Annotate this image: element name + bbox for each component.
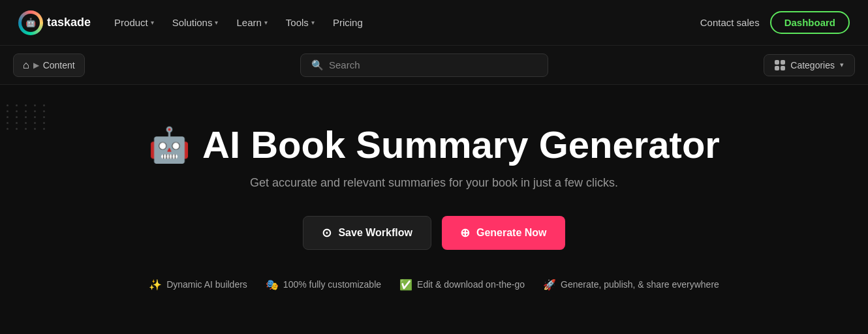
- dashboard-button[interactable]: Dashboard: [770, 11, 850, 34]
- categories-label: Categories: [790, 60, 835, 70]
- feature-tag-0: ✨ Dynamic AI builders: [149, 279, 247, 291]
- nav-pricing[interactable]: Pricing: [325, 12, 371, 33]
- hero-title-row: 🤖 AI Book Summary Generator: [148, 124, 720, 166]
- feature-tag-2: ✅ Edit & download on-the-go: [399, 279, 525, 291]
- home-icon: ⌂: [23, 59, 29, 71]
- breadcrumb-label: Content: [43, 60, 75, 70]
- breadcrumb-arrow: ▶: [33, 61, 39, 70]
- generate-now-label: Generate Now: [476, 227, 547, 239]
- nav-solutions[interactable]: Solutions ▾: [164, 12, 226, 33]
- chevron-down-icon: ▾: [151, 19, 154, 26]
- logo-inner: 🤖: [22, 14, 40, 32]
- feature-tag-0-text: Dynamic AI builders: [166, 279, 247, 290]
- robot-emoji: 🤖: [148, 128, 191, 162]
- nav-links: Product ▾ Solutions ▾ Learn ▾ Tools ▾ Pr…: [106, 12, 371, 33]
- sparkle-icon: ✨: [149, 279, 162, 291]
- brand-name: taskade: [47, 16, 91, 29]
- nav-tools-label: Tools: [286, 17, 309, 28]
- breadcrumb[interactable]: ⌂ ▶ Content: [13, 53, 85, 77]
- feature-tag-2-text: Edit & download on-the-go: [417, 279, 525, 290]
- navbar: 🤖 taskade Product ▾ Solutions ▾ Learn ▾ …: [0, 0, 868, 46]
- nav-pricing-label: Pricing: [333, 17, 363, 28]
- search-icon: 🔍: [311, 59, 324, 71]
- nav-product-label: Product: [114, 17, 148, 28]
- save-workflow-button[interactable]: ⊙ Save Workflow: [303, 216, 431, 250]
- logo-circle: 🤖: [18, 10, 43, 35]
- chevron-down-icon: ▾: [264, 19, 268, 26]
- feature-tag-3: 🚀 Generate, publish, & share everywhere: [543, 279, 719, 291]
- nav-left: 🤖 taskade Product ▾ Solutions ▾ Learn ▾ …: [18, 10, 371, 35]
- categories-button[interactable]: Categories ▾: [764, 54, 855, 76]
- nav-product[interactable]: Product ▾: [106, 12, 162, 33]
- check-icon: ✅: [399, 279, 412, 291]
- search-bar[interactable]: 🔍 Search: [300, 53, 548, 77]
- hero-section: 🤖 AI Book Summary Generator Get accurate…: [0, 85, 868, 317]
- secondary-nav: ⌂ ▶ Content 🔍 Search Categories ▾: [0, 46, 868, 85]
- feature-tags: ✨ Dynamic AI builders 🎭 100% fully custo…: [149, 279, 719, 291]
- search-placeholder: Search: [329, 59, 360, 70]
- nav-learn[interactable]: Learn ▾: [228, 12, 275, 33]
- feature-tag-1: 🎭 100% fully customizable: [266, 279, 381, 291]
- plus-circle-icon: ⊕: [460, 226, 470, 240]
- customizable-icon: 🎭: [266, 279, 279, 291]
- dot-grid-decoration: [7, 104, 48, 130]
- rocket-icon: 🚀: [543, 279, 556, 291]
- categories-chevron-icon: ▾: [840, 61, 844, 69]
- chevron-down-icon: ▾: [311, 19, 315, 26]
- save-icon: ⊙: [322, 226, 332, 240]
- hero-subtitle: Get accurate and relevant summaries for …: [250, 176, 618, 190]
- generate-now-button[interactable]: ⊕ Generate Now: [442, 216, 565, 250]
- contact-sales-link[interactable]: Contact sales: [700, 17, 760, 28]
- grid-icon: [775, 60, 785, 70]
- feature-tag-3-text: Generate, publish, & share everywhere: [561, 279, 719, 290]
- chevron-down-icon: ▾: [215, 19, 218, 26]
- page-title: AI Book Summary Generator: [202, 124, 720, 166]
- hero-buttons: ⊙ Save Workflow ⊕ Generate Now: [303, 216, 565, 250]
- nav-learn-label: Learn: [236, 17, 261, 28]
- nav-right: Contact sales Dashboard: [700, 11, 850, 34]
- feature-tag-1-text: 100% fully customizable: [283, 279, 381, 290]
- save-workflow-label: Save Workflow: [338, 227, 412, 239]
- nav-tools[interactable]: Tools ▾: [278, 12, 322, 33]
- nav-solutions-label: Solutions: [172, 17, 213, 28]
